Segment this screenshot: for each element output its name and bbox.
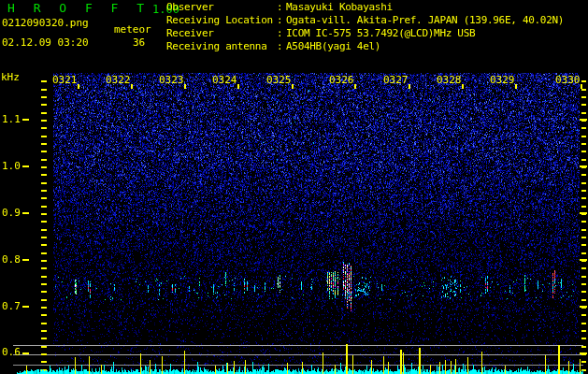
time-tick-label: 0328 bbox=[437, 75, 462, 86]
echo-count: 36 bbox=[133, 37, 145, 49]
freq-tick-label: 1.0 bbox=[2, 161, 21, 172]
freq-tick-label: 0.6 bbox=[2, 347, 21, 358]
time-tick-label: 0325 bbox=[266, 75, 292, 86]
mode-label: meteor bbox=[114, 24, 151, 36]
time-tick-label: 0324 bbox=[212, 75, 237, 86]
spectrogram-canvas bbox=[0, 0, 588, 374]
time-tick-label: 0329 bbox=[490, 75, 515, 86]
info-row-label: Receiving Location bbox=[166, 15, 273, 26]
info-row-label: Observer bbox=[166, 2, 214, 13]
info-row-value: Ogata-vill. Akita-Pref. JAPAN (139.96E, … bbox=[286, 15, 564, 26]
info-row-value: ICOM IC-575 53.7492(@LCD)MHz USB bbox=[286, 28, 475, 39]
time-tick-label: 0323 bbox=[159, 75, 184, 86]
freq-tick-label: 0.9 bbox=[2, 208, 21, 219]
observer-info-row: Receiver:ICOM IC-575 53.7492(@LCD)MHz US… bbox=[166, 28, 587, 41]
info-row-colon: : bbox=[277, 15, 282, 26]
time-tick-label: 0326 bbox=[329, 75, 354, 86]
time-tick-label: 0330 bbox=[555, 75, 581, 86]
info-row-value: Masayuki Kobayashi bbox=[286, 2, 393, 13]
info-row-label: Receiver bbox=[166, 28, 214, 39]
info-row-value: A504HB(yagi 4el) bbox=[286, 41, 380, 52]
info-row-colon: : bbox=[277, 41, 282, 52]
freq-tick-label: 0.7 bbox=[2, 301, 21, 312]
freq-axis-unit: kHz bbox=[1, 72, 20, 83]
freq-tick-label: 1.1 bbox=[2, 114, 21, 125]
info-row-colon: : bbox=[277, 2, 282, 13]
observer-info-row: Observer:Masayuki Kobayashi bbox=[166, 2, 587, 15]
freq-tick-label: 0.8 bbox=[2, 254, 21, 266]
hrofft-screen: H R O F F T 1.00 0212090320.png meteor 0… bbox=[0, 0, 588, 374]
observer-info-row: Receiving antenna:A504HB(yagi 4el) bbox=[166, 41, 587, 54]
info-row-label: Receiving antenna bbox=[166, 41, 266, 52]
app-title: H R O F F T bbox=[7, 3, 150, 14]
time-tick-label: 0327 bbox=[383, 75, 409, 86]
time-tick-label: 0322 bbox=[106, 75, 131, 86]
file-datetime: 02.12.09 03:20 bbox=[2, 37, 89, 49]
observer-info-row: Receiving Location:Ogata-vill. Akita-Pre… bbox=[166, 15, 587, 28]
info-row-colon: : bbox=[277, 28, 282, 39]
time-tick-label: 0321 bbox=[52, 75, 78, 86]
file-name: 0212090320.png bbox=[2, 18, 89, 29]
